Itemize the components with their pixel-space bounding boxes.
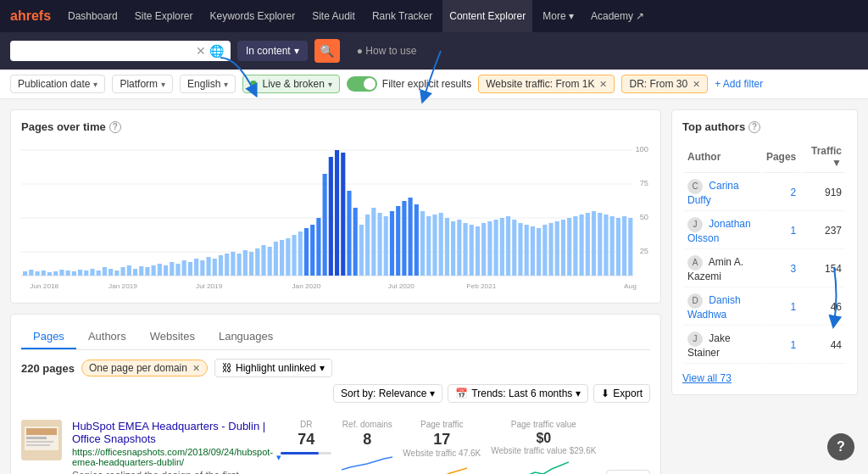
dr-filter[interactable]: DR: From 30 ✕	[621, 75, 708, 93]
top-authors-section: Top authors ? Author Pages Traffic ▼ C C…	[671, 109, 858, 395]
svg-rect-68	[384, 216, 388, 276]
svg-rect-78	[445, 218, 449, 276]
highlight-unlinked-button[interactable]: ⛓ Highlight unlinked ▾	[214, 359, 332, 377]
publication-date-filter[interactable]: Publication date ▾	[10, 75, 105, 93]
svg-rect-44	[237, 254, 242, 276]
svg-rect-87	[500, 218, 504, 276]
trends-button[interactable]: 📅 Trends: Last 6 months ▾	[448, 384, 588, 403]
live-broken-filter[interactable]: Live & broken ▾	[242, 75, 339, 93]
svg-rect-79	[451, 221, 455, 276]
nav-academy[interactable]: Academy ↗	[584, 0, 651, 32]
author-pages: 1	[763, 213, 799, 249]
svg-rect-84	[481, 223, 486, 276]
green-dot-icon	[250, 81, 257, 87]
view-all-authors-link[interactable]: View all 73	[682, 372, 847, 384]
nav-site-explorer[interactable]: Site Explorer	[128, 0, 200, 32]
svg-rect-26	[127, 265, 131, 276]
remove-filter-icon[interactable]: ✕	[693, 79, 700, 90]
authors-table: Author Pages Traffic ▼ C Carina Duffy 2 …	[682, 140, 847, 365]
author-traffic: 44	[801, 327, 845, 364]
svg-rect-76	[432, 215, 437, 276]
svg-text:Jan 2019: Jan 2019	[108, 282, 137, 290]
search-submit-button[interactable]: 🔍	[314, 39, 340, 63]
nav-keywords-explorer[interactable]: Keywords Explorer	[203, 0, 302, 32]
search-clear-icon[interactable]: ✕	[196, 44, 206, 58]
language-filter[interactable]: English ▾	[180, 75, 236, 93]
chevron-down-icon: ▾	[294, 45, 299, 57]
details-button[interactable]: Details	[606, 470, 650, 474]
svg-rect-121	[26, 444, 50, 446]
svg-rect-10	[29, 270, 33, 276]
svg-rect-60	[335, 150, 339, 276]
svg-rect-83	[476, 226, 480, 276]
svg-rect-91	[525, 225, 529, 276]
tab-languages[interactable]: Languages	[207, 325, 285, 349]
svg-rect-63	[353, 208, 358, 276]
nav-rank-tracker[interactable]: Rank Tracker	[365, 0, 439, 32]
in-content-button[interactable]: In content ▾	[237, 41, 308, 61]
chart-title: Pages over time ?	[21, 120, 650, 133]
remove-filter-icon[interactable]: ✕	[599, 79, 607, 90]
svg-rect-74	[420, 211, 425, 276]
sort-by-button[interactable]: Sort by: Relevance ▾	[333, 384, 442, 403]
svg-text:Jul 2020: Jul 2020	[388, 282, 415, 290]
avatar: J	[687, 217, 703, 232]
help-button[interactable]: ?	[827, 433, 854, 460]
avatar: D	[687, 293, 703, 309]
tab-websites[interactable]: Websites	[138, 325, 207, 349]
svg-rect-50	[274, 242, 278, 276]
svg-rect-51	[280, 240, 284, 276]
export-icon: ⬇	[601, 388, 609, 399]
svg-rect-25	[120, 267, 125, 276]
svg-rect-54	[298, 231, 303, 276]
nav-content-explorer[interactable]: Content Explorer	[442, 0, 532, 32]
chart-area: 100 75 50 25	[21, 140, 650, 293]
svg-rect-80	[457, 220, 461, 276]
platform-filter[interactable]: Platform ▾	[112, 75, 173, 93]
svg-rect-12	[42, 270, 46, 276]
svg-rect-33	[170, 262, 174, 276]
svg-rect-20	[90, 269, 94, 276]
svg-rect-58	[323, 174, 327, 276]
info-icon[interactable]: ?	[109, 121, 121, 133]
svg-rect-14	[53, 271, 58, 276]
pages-count: 220 pages	[21, 362, 75, 375]
dr-bar-fill	[281, 452, 318, 454]
add-filter-button[interactable]: + Add filter	[715, 78, 763, 90]
svg-rect-59	[329, 157, 333, 276]
search-input[interactable]: "Hubspot" -site:hubspot.com	[17, 45, 192, 58]
svg-rect-95	[548, 223, 553, 276]
toggle-switch[interactable]	[347, 76, 377, 92]
tab-pages[interactable]: Pages	[21, 325, 76, 349]
tab-authors[interactable]: Authors	[76, 325, 138, 349]
author-traffic: 237	[801, 213, 845, 249]
how-to-use-link[interactable]: ● How to use	[357, 45, 417, 57]
svg-rect-34	[175, 264, 180, 276]
svg-rect-77	[439, 213, 443, 276]
search-input-wrapper: "Hubspot" -site:hubspot.com ✕ 🌐	[10, 41, 231, 61]
svg-rect-103	[598, 213, 602, 276]
author-row: A Amin A. Kazemi 3 154	[684, 251, 845, 287]
result-title-link[interactable]: HubSpot EMEA Headquarters - Dublin | Off…	[72, 420, 265, 445]
dr-bar	[281, 452, 331, 454]
svg-rect-98	[567, 218, 571, 276]
svg-rect-27	[133, 269, 137, 276]
export-button[interactable]: ⬇ Export	[593, 384, 650, 403]
svg-rect-45	[243, 250, 248, 276]
one-page-per-domain-tag[interactable]: One page per domain ✕	[81, 360, 208, 376]
nav-more[interactable]: More ▾	[536, 0, 581, 32]
nav-site-audit[interactable]: Site Audit	[305, 0, 362, 32]
website-traffic-filter[interactable]: Website traffic: From 1K ✕	[478, 75, 615, 93]
svg-rect-88	[506, 216, 510, 276]
svg-rect-82	[470, 225, 474, 276]
svg-rect-73	[415, 204, 419, 276]
remove-tag-icon[interactable]: ✕	[192, 363, 200, 374]
info-icon[interactable]: ?	[748, 121, 760, 133]
chevron-down-icon: ▾	[224, 80, 228, 89]
nav-dashboard[interactable]: Dashboard	[61, 0, 125, 32]
svg-rect-108	[628, 218, 632, 276]
svg-rect-99	[573, 216, 577, 276]
svg-rect-62	[347, 191, 351, 276]
svg-rect-53	[292, 235, 296, 276]
svg-rect-40	[213, 259, 217, 276]
